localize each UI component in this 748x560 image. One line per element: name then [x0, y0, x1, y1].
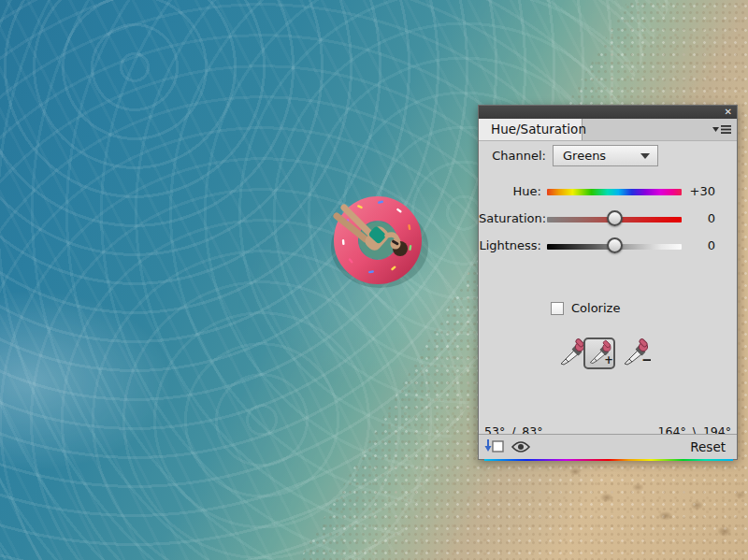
add-eyedropper-button[interactable]: +: [583, 337, 615, 369]
saturation-label: Saturation:: [479, 211, 541, 225]
hue-label: Hue:: [479, 184, 541, 198]
svg-text:−: −: [641, 352, 651, 368]
visibility-eye-icon[interactable]: [511, 440, 531, 453]
hue-saturation-panel: ✕ Hue/Saturation Channel: Greens Hue:: [478, 105, 738, 460]
subtract-eyedropper-button[interactable]: −: [619, 337, 651, 369]
chevron-down-icon: [640, 153, 650, 159]
colorize-checkbox[interactable]: [551, 302, 564, 315]
tab-hue-saturation[interactable]: Hue/Saturation: [479, 119, 583, 140]
panel-menu-icon[interactable]: [712, 123, 731, 136]
clip-to-layer-icon[interactable]: [483, 438, 506, 455]
close-icon[interactable]: ✕: [725, 106, 732, 119]
svg-text:+: +: [604, 353, 613, 366]
channel-value: Greens: [563, 149, 606, 163]
saturation-slider-row: Saturation: 0: [479, 209, 737, 228]
hue-slider-row: Hue: +30: [479, 182, 737, 201]
panel-titlebar[interactable]: ✕: [479, 106, 737, 119]
eyedropper-icon: [555, 337, 587, 369]
reset-button[interactable]: Reset: [690, 439, 726, 454]
eyedropper-button[interactable]: [555, 337, 587, 369]
pool-float: [316, 185, 441, 301]
hue-value: +30: [680, 184, 715, 198]
panel-body: Channel: Greens Hue: +30 Saturation: 0: [479, 141, 737, 459]
lightness-slider-thumb[interactable]: [607, 237, 623, 253]
lightness-label: Lightness:: [479, 238, 541, 252]
subtract-eyedropper-icon: −: [619, 337, 651, 369]
channel-select[interactable]: Greens: [553, 145, 658, 166]
colorize-label: Colorize: [571, 301, 620, 315]
lightness-value: 0: [680, 238, 715, 252]
add-eyedropper-icon: +: [585, 339, 613, 367]
panel-footer: Reset: [479, 434, 737, 459]
hue-slider-track[interactable]: [547, 189, 682, 195]
lightness-slider-row: Lightness: 0: [479, 237, 737, 255]
screenshot-root: ✕ Hue/Saturation Channel: Greens Hue:: [0, 0, 748, 560]
saturation-value: 0: [680, 211, 715, 225]
channel-label: Channel:: [479, 149, 546, 163]
saturation-slider-thumb[interactable]: [607, 210, 623, 226]
panel-tabbar: Hue/Saturation: [479, 119, 737, 141]
